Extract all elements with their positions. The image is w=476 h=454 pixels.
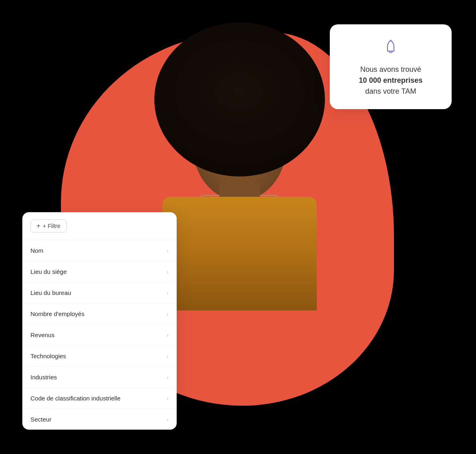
plus-icon: + bbox=[37, 222, 40, 230]
page-scene: Nous avons trouvé 10 000 entreprises dan… bbox=[0, 0, 476, 454]
bell-icon bbox=[380, 37, 401, 58]
filter-header: + + Filtre bbox=[22, 212, 177, 240]
svg-rect-0 bbox=[390, 40, 392, 41]
chevron-right-icon: › bbox=[167, 353, 169, 359]
filter-item-nombre-employes[interactable]: Nombre d'employés › bbox=[22, 303, 177, 325]
filter-item-technologies[interactable]: Technologies › bbox=[22, 346, 177, 367]
chevron-right-icon: › bbox=[167, 374, 169, 381]
filter-item-lieu-bureau[interactable]: Lieu du bureau › bbox=[22, 282, 177, 303]
chevron-right-icon: › bbox=[167, 247, 169, 254]
notification-card: Nous avons trouvé 10 000 entreprises dan… bbox=[330, 24, 452, 109]
filter-item-secteur[interactable]: Secteur › bbox=[22, 409, 177, 430]
filter-button[interactable]: + + Filtre bbox=[30, 219, 67, 232]
filter-item-code-classification[interactable]: Code de classification industrielle › bbox=[22, 388, 177, 409]
chevron-right-icon: › bbox=[167, 311, 169, 317]
notification-text: Nous avons trouvé 10 000 entreprises dan… bbox=[341, 64, 440, 97]
chevron-right-icon: › bbox=[167, 290, 169, 296]
filter-item-lieu-siege[interactable]: Lieu du siège › bbox=[22, 261, 177, 282]
chevron-right-icon: › bbox=[167, 269, 169, 275]
filter-list: Nom › Lieu du siège › Lieu du bureau › N… bbox=[22, 240, 177, 430]
chevron-right-icon: › bbox=[167, 332, 169, 338]
chevron-right-icon: › bbox=[167, 395, 169, 402]
person-shirt bbox=[162, 197, 317, 310]
filter-item-nom[interactable]: Nom › bbox=[22, 240, 177, 261]
filter-item-revenus[interactable]: Revenus › bbox=[22, 325, 177, 346]
filter-item-industries[interactable]: Industries › bbox=[22, 367, 177, 388]
chevron-right-icon: › bbox=[167, 416, 169, 423]
person-hair bbox=[154, 22, 325, 176]
filter-panel: + + Filtre Nom › Lieu du siège › Lieu du… bbox=[22, 212, 177, 430]
